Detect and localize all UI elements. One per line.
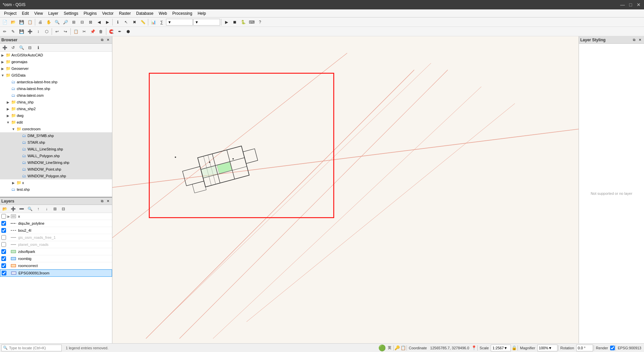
tree-item-window-point[interactable]: ▶ 🗂 WINDOW_Point.shp — [0, 166, 112, 173]
zoom-full-btn[interactable]: ⊞ — [70, 18, 78, 26]
menu-help[interactable]: Help — [195, 10, 209, 16]
locate-widget[interactable]: 🔍 — [1, 345, 62, 351]
close-button[interactable]: ✕ — [636, 2, 641, 7]
browser-add-btn[interactable]: ➕ — [1, 44, 9, 52]
browser-filter-btn[interactable]: 🔍 — [17, 44, 25, 52]
tree-item-corectroom[interactable]: ▼ 📁 corectroom — [0, 126, 112, 132]
locate-input[interactable] — [9, 346, 56, 350]
edit-toggle-btn[interactable]: ✎ — [9, 28, 17, 36]
tree-item-window-line[interactable]: ▶ 🗂 WINDOW_LineString.shp — [0, 159, 112, 166]
tree-item-china-shp2[interactable]: ▶ 📁 china_shp2 — [0, 105, 112, 112]
layer-checkbox-planet[interactable] — [1, 242, 6, 247]
layer-checkbox-bou2[interactable] — [1, 228, 6, 233]
save-project-btn[interactable]: 💾 — [17, 18, 25, 26]
undo-btn[interactable]: ↩ — [53, 28, 61, 36]
pan-btn[interactable]: ✋ — [45, 18, 53, 26]
minimize-button[interactable]: — — [620, 2, 625, 7]
digitize-btn[interactable]: ✒ — [116, 28, 124, 36]
browser-collapse-btn[interactable]: ⊟ — [26, 44, 34, 52]
tree-item-dim-symb[interactable]: ▶ 🗂 DIM_SYMB.shp — [0, 132, 112, 139]
menu-layer[interactable]: Layer — [46, 10, 61, 16]
tree-item-test-shp[interactable]: ▶ 🗂 test.shp — [0, 186, 112, 193]
tree-item-window-poly[interactable]: ▶ 🗂 WINDOW_Polygon.shp — [0, 173, 112, 179]
paste-feature-btn[interactable]: 📌 — [89, 28, 97, 36]
layer-checkbox-diqujie[interactable] — [1, 221, 6, 226]
spatial-dropdown[interactable]: ▼ — [193, 19, 220, 26]
layer-item-roombig[interactable]: ▶ roombig — [0, 255, 112, 262]
menu-view[interactable]: View — [32, 10, 46, 16]
add-feature-btn[interactable]: ➕ — [26, 28, 34, 36]
move-feature-btn[interactable]: ↕ — [34, 28, 42, 36]
tree-item-wall-poly[interactable]: ▶ 🗂 WALL_Polygon.shp — [0, 152, 112, 159]
measure-btn[interactable]: 📏 — [139, 18, 147, 26]
tree-item-arcgis[interactable]: ▶ 📁 ArcGISforAutoCAD — [0, 52, 112, 58]
node-tool-btn[interactable]: ⬡ — [43, 28, 51, 36]
menu-project[interactable]: Project — [1, 10, 19, 16]
menu-vector[interactable]: Vector — [100, 10, 116, 16]
layer-checkbox-x[interactable] — [1, 214, 6, 219]
identify-btn[interactable]: ℹ — [114, 18, 122, 26]
layer-up-btn[interactable]: ↑ — [34, 205, 42, 213]
tree-item-stair[interactable]: ▶ 🗂 STAIR.shp — [0, 139, 112, 146]
styling-float-btn[interactable]: ⧉ — [631, 37, 637, 43]
delete-feature-btn[interactable]: 🗑 — [97, 28, 105, 36]
layer-item-gis-osm-roads[interactable]: ▶ gis_osm_roads_free_1 — [0, 234, 112, 241]
tree-item-x[interactable]: ▶ 📁 x — [0, 179, 112, 186]
layer-item-zdsoftpark[interactable]: ▶ zdsoftpark — [0, 248, 112, 255]
tree-item-antarctica[interactable]: ▶ 🗂 antarctica-latest-free.shp — [0, 79, 112, 85]
rotation-input[interactable]: 0.0 ° — [576, 345, 593, 351]
layer-checkbox-gis-osm[interactable] — [1, 235, 6, 240]
print-layout-btn[interactable]: 🖨 — [36, 18, 44, 26]
reports-dropdown[interactable]: ▼ — [166, 19, 193, 26]
zoom-layer-btn[interactable]: ⊟ — [78, 18, 86, 26]
tree-item-gisdata[interactable]: ▼ 📁 GISData — [0, 72, 112, 79]
layer-down-btn[interactable]: ↓ — [43, 205, 51, 213]
tree-item-china-shp[interactable]: ▶ 📁 china_shp — [0, 99, 112, 105]
layer-remove-btn[interactable]: ➖ — [17, 205, 25, 213]
select-btn[interactable]: ↖ — [122, 18, 130, 26]
tree-item-edit[interactable]: ▼ 📁 edit — [0, 119, 112, 126]
layer-open-btn[interactable]: 📂 — [1, 205, 9, 213]
deselect-btn[interactable]: ✖ — [130, 18, 139, 26]
browser-props-btn[interactable]: ℹ — [34, 44, 42, 52]
run-btn[interactable]: ▶ — [222, 18, 230, 26]
tree-item-china-free[interactable]: ▶ 🗂 china-latest-free.shp — [0, 85, 112, 92]
help-btn[interactable]: ? — [256, 18, 264, 26]
tree-item-geomajas[interactable]: ▶ 📁 geomajas — [0, 58, 112, 65]
console-btn[interactable]: ⌨ — [248, 18, 256, 26]
browser-refresh-btn[interactable]: ↺ — [9, 44, 17, 52]
layer-checkbox-zdsoftpark[interactable] — [1, 249, 6, 254]
layer-checkbox-roombig[interactable] — [1, 256, 6, 261]
zoom-next-btn[interactable]: ▶ — [103, 18, 111, 26]
layer-expand-btn[interactable]: ⊞ — [51, 205, 59, 213]
layer-add-btn[interactable]: ➕ — [9, 205, 17, 213]
snapping-btn[interactable]: 🧲 — [107, 28, 115, 36]
maximize-button[interactable]: □ — [628, 2, 633, 7]
scale-dropdown[interactable]: 1:2567 ▼ — [491, 345, 511, 351]
menu-processing[interactable]: Processing — [170, 10, 195, 16]
tree-item-wall-line[interactable]: ▶ 🗂 WALL_LineString.shp — [0, 146, 112, 152]
scale-lock-icon[interactable]: 🔒 — [512, 345, 517, 350]
menu-plugins[interactable]: Plugins — [81, 10, 99, 16]
layer-checkbox-epsg[interactable] — [2, 271, 6, 275]
stop-btn[interactable]: ⏹ — [231, 18, 239, 26]
map-area[interactable] — [112, 36, 579, 343]
tree-item-china-osm[interactable]: ▶ 🗂 china-latest.osm — [0, 92, 112, 99]
cut-feature-btn[interactable]: ✂ — [80, 28, 88, 36]
zoom-out-btn[interactable]: 🔎 — [61, 18, 69, 26]
layer-filter-btn[interactable]: 🔍 — [26, 205, 34, 213]
save-edits-btn[interactable]: 💾 — [17, 28, 25, 36]
layer-item-bou2[interactable]: ▶ bou2_4l — [0, 227, 112, 234]
layer-checkbox-roomcorrect[interactable] — [1, 263, 6, 268]
zoom-select-btn[interactable]: ⊠ — [87, 18, 95, 26]
layers-float-btn[interactable]: ⧉ — [99, 199, 105, 204]
open-project-btn[interactable]: 📂 — [9, 18, 17, 26]
layer-item-planet-osm[interactable]: ▶ planet_osm_roads — [0, 241, 112, 248]
menu-settings[interactable]: Settings — [61, 10, 81, 16]
layer-item-diqujie[interactable]: ▶ diquJie_polyline — [0, 220, 112, 227]
render-checkbox[interactable] — [610, 346, 615, 350]
redo-btn[interactable]: ↪ — [61, 28, 69, 36]
current-edits-btn[interactable]: ✏ — [1, 28, 9, 36]
magnifier-dropdown[interactable]: 100% ▼ — [537, 345, 557, 351]
layer-item-x-group[interactable]: ▶ x — [0, 213, 112, 220]
